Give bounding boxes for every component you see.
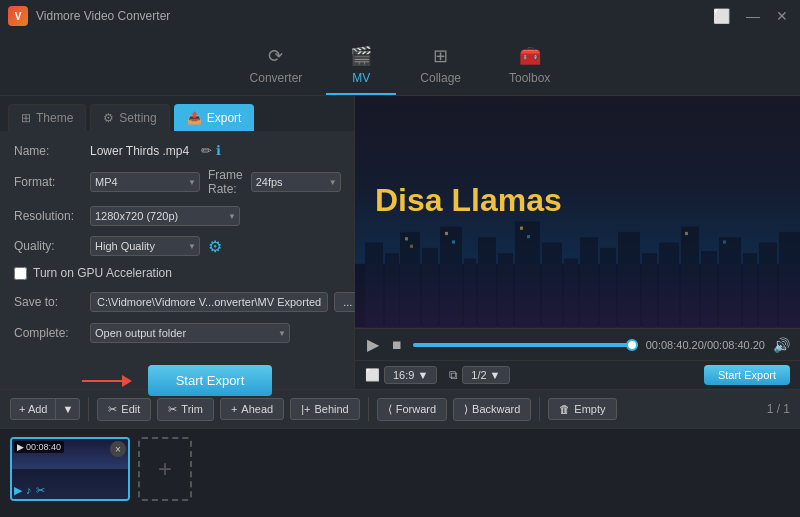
timeline-duration: ▶ 00:08:40	[14, 441, 64, 453]
timeline-close-btn[interactable]: ×	[110, 441, 126, 457]
subtab-export[interactable]: 📤 Export	[174, 104, 255, 131]
ahead-button[interactable]: + Ahead	[220, 398, 284, 420]
add-timeline-item[interactable]: +	[138, 437, 192, 501]
ratio-icon: ⬜	[365, 368, 380, 382]
clips-dropdown-icon: ▼	[490, 369, 501, 381]
separator-3	[539, 397, 540, 421]
backward-button[interactable]: ⟩ Backward	[453, 398, 531, 421]
progress-thumb	[626, 339, 638, 351]
tab-mv[interactable]: 🎬 MV	[326, 37, 396, 95]
ratio-value: 16:9	[393, 369, 414, 381]
quality-select[interactable]: High Quality	[90, 236, 200, 256]
path-input[interactable]: C:\Vidmore\Vidmore V...onverter\MV Expor…	[90, 292, 328, 312]
backward-label: Backward	[472, 403, 520, 415]
ratio-btn[interactable]: 16:9 ▼	[384, 366, 437, 384]
name-icons: ✏ ℹ	[201, 143, 221, 158]
info-icon[interactable]: ℹ	[216, 143, 221, 158]
clips-value: 1/2	[471, 369, 486, 381]
timeline-item: × ▶ 00:08:40 ▶ ♪ ✂	[10, 437, 130, 501]
start-export-button[interactable]: Start Export	[148, 365, 273, 396]
play-clip-icon[interactable]: ▶	[14, 484, 22, 497]
time-total: 00:08:40.20	[707, 339, 765, 351]
arrow-indicator	[82, 375, 132, 387]
tab-toolbox[interactable]: 🧰 Toolbox	[485, 37, 574, 95]
nav-tabs: ⟳ Converter 🎬 MV ⊞ Collage 🧰 Toolbox	[0, 32, 800, 96]
tab-converter-label: Converter	[250, 71, 303, 85]
cut-icon[interactable]: ✂	[36, 484, 45, 497]
resolution-select-wrap: 1280x720 (720p)	[90, 206, 240, 226]
player-bottom: ⬜ 16:9 ▼ ⧉ 1/2 ▼ Start Export	[355, 360, 800, 389]
forward-button[interactable]: ⟨ Forward	[377, 398, 447, 421]
arrow-line	[82, 380, 122, 382]
empty-button[interactable]: 🗑 Empty	[548, 398, 616, 420]
volume-btn[interactable]: 🔊	[773, 337, 790, 353]
clips-btn[interactable]: 1/2 ▼	[462, 366, 509, 384]
tab-collage[interactable]: ⊞ Collage	[396, 37, 485, 95]
tab-mv-label: MV	[352, 71, 370, 85]
stop-btn[interactable]: ⏹	[389, 338, 405, 352]
edit-name-icon[interactable]: ✏	[201, 143, 212, 158]
svg-rect-27	[520, 227, 523, 230]
svg-rect-19	[719, 238, 741, 328]
converter-icon: ⟳	[268, 45, 283, 67]
trim-button[interactable]: ✂ Trim	[157, 398, 214, 421]
empty-label: Empty	[574, 403, 605, 415]
svg-rect-28	[527, 235, 530, 238]
preview-area: Disa Llamas	[355, 96, 800, 328]
export-icon: 📤	[187, 111, 202, 125]
play-btn[interactable]: ▶	[365, 335, 381, 354]
svg-rect-4	[422, 248, 438, 328]
trim-label: Trim	[181, 403, 203, 415]
edit-button[interactable]: ✂ Edit	[97, 398, 151, 421]
ratio-select: ⬜ 16:9 ▼ ⧉ 1/2 ▼	[365, 366, 510, 384]
svg-rect-7	[478, 238, 496, 328]
tab-collage-label: Collage	[420, 71, 461, 85]
add-dropdown-icon[interactable]: ▼	[55, 399, 79, 419]
fps-select[interactable]: 24fps	[251, 172, 341, 192]
quality-settings-btn[interactable]: ⚙	[208, 237, 222, 256]
progress-bar[interactable]	[413, 343, 638, 347]
format-select[interactable]: MP4	[90, 172, 200, 192]
gpu-label: Turn on GPU Acceleration	[33, 266, 172, 280]
app-title: Vidmore Video Converter	[36, 9, 170, 23]
time-display: 00:08:40.20/00:08:40.20	[646, 339, 765, 351]
separator-1	[88, 397, 89, 421]
start-export-small-btn[interactable]: Start Export	[704, 365, 790, 385]
toolbox-icon: 🧰	[519, 45, 541, 67]
sub-tabs: ⊞ Theme ⚙ Setting 📤 Export	[0, 96, 354, 131]
gpu-row: Turn on GPU Acceleration	[14, 266, 340, 280]
name-label: Name:	[14, 144, 82, 158]
name-value: Lower Thirds .mp4	[90, 144, 189, 158]
export-panel: Name: Lower Thirds .mp4 ✏ ℹ Format: MP4 …	[0, 131, 354, 416]
window-controls[interactable]: ⬜ — ✕	[709, 8, 792, 24]
gpu-checkbox[interactable]	[14, 267, 27, 280]
saveto-row: Save to: C:\Vidmore\Vidmore V...onverter…	[14, 290, 340, 313]
minimize-btn[interactable]: ⬜	[709, 8, 734, 24]
resolution-select[interactable]: 1280x720 (720p)	[90, 206, 240, 226]
subtab-theme[interactable]: ⊞ Theme	[8, 104, 86, 131]
ratio-dropdown-icon: ▼	[417, 369, 428, 381]
tab-toolbox-label: Toolbox	[509, 71, 550, 85]
tab-converter[interactable]: ⟳ Converter	[226, 37, 327, 95]
svg-rect-1	[365, 243, 383, 328]
subtab-theme-label: Theme	[36, 111, 73, 125]
behind-button[interactable]: |+ Behind	[290, 398, 360, 420]
complete-select[interactable]: Open output folder	[90, 323, 290, 343]
close-btn[interactable]: ✕	[772, 8, 792, 24]
maximize-btn[interactable]: —	[742, 8, 764, 24]
add-button[interactable]: + Add ▼	[10, 398, 80, 420]
format-label: Format:	[14, 175, 82, 189]
left-panel: ⊞ Theme ⚙ Setting 📤 Export Name: Lower T…	[0, 96, 355, 389]
duration-text: 00:08:40	[26, 442, 61, 452]
separator-2	[368, 397, 369, 421]
subtab-setting[interactable]: ⚙ Setting	[90, 104, 169, 131]
title-bar: V Vidmore Video Converter ⬜ — ✕	[0, 0, 800, 32]
preview-title: Disa Llamas	[375, 182, 562, 219]
path-row: C:\Vidmore\Vidmore V...onverter\MV Expor…	[90, 290, 397, 313]
audio-icon[interactable]: ♪	[26, 484, 32, 497]
page-count: 1 / 1	[767, 402, 790, 416]
name-row: Name: Lower Thirds .mp4 ✏ ℹ	[14, 143, 340, 158]
svg-rect-12	[580, 238, 598, 328]
trash-icon: 🗑	[559, 403, 570, 415]
edit-icon: ✂	[108, 403, 117, 416]
